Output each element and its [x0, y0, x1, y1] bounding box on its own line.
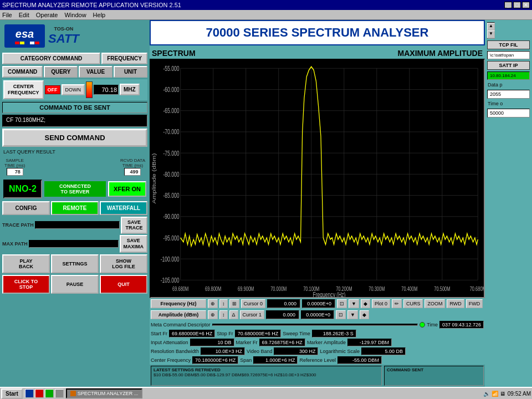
spectrum-svg: -55.000 -60.000 -65.000 -70.000 -75.000 … — [151, 60, 484, 297]
freq-value-input[interactable] — [94, 85, 119, 95]
rcvd-time-val: 499 — [124, 168, 141, 176]
quit-btn[interactable]: QUIT — [100, 275, 147, 294]
taskbar-icon-2[interactable] — [35, 389, 44, 398]
fwd-btn[interactable]: FWD — [466, 299, 483, 308]
cursor0-icon[interactable]: ⊕ — [208, 299, 218, 308]
xfer-on-btn[interactable]: XFER ON — [108, 181, 146, 197]
click-to-stop-btn[interactable]: CLICK TO STOP — [2, 275, 50, 294]
tab-command[interactable]: COMMAND — [2, 66, 43, 78]
log-scale-label: Logarithmic Scale — [320, 349, 360, 354]
freq-label: Frequency (Hz) — [151, 299, 206, 308]
taskbar-icon-3[interactable] — [45, 389, 54, 398]
minimize-btn[interactable]: _ — [504, 2, 512, 8]
start-button[interactable]: Start — [1, 388, 23, 399]
rwd-btn[interactable]: RWD — [447, 299, 464, 308]
main-content: 70000 SERIES SPECTRUM ANALYSER SPECTRUM … — [150, 20, 485, 387]
svg-text:69.800M: 69.800M — [205, 286, 221, 293]
svg-text:70.300M: 70.300M — [369, 286, 385, 293]
max-path-bar — [29, 240, 119, 248]
save-trace-btn[interactable]: SAVE TRACE — [121, 217, 147, 234]
command-sent-panel: COMMAND SENT — [384, 366, 484, 386]
time-o-label: Time o — [487, 100, 530, 107]
maximize-btn[interactable]: □ — [513, 2, 521, 8]
waterfall-btn[interactable]: WATERFALL — [100, 201, 147, 215]
scroll-down-btn[interactable]: ▼ — [487, 30, 495, 38]
cursor1-ctrl3[interactable]: ◆ — [360, 310, 369, 319]
cursor0-ctrl1[interactable]: ⊡ — [337, 299, 347, 308]
start-fr-label: Start Fr — [151, 331, 167, 336]
pause-btn[interactable]: PAUSE — [51, 275, 99, 294]
cursor0-ctrl3[interactable]: ◆ — [361, 299, 370, 308]
cursor1-icon2[interactable]: ↕ — [219, 310, 228, 319]
time-o-val: 50000 — [487, 109, 530, 117]
cursor1-ctrl1[interactable]: ⊡ — [336, 310, 346, 319]
plot0-edit-btn[interactable]: ✏ — [392, 299, 402, 308]
sample-time-col: SAMPLE TIME (ms) 78 — [4, 158, 25, 176]
cursor0-ctrl2[interactable]: ▼ — [349, 299, 359, 308]
max-amp-title: MAXIMUM AMPLITUDE — [398, 49, 483, 58]
send-command-btn[interactable]: SEND COMMAND — [2, 129, 147, 147]
marker-fr-label: Marker Fr — [236, 340, 258, 345]
meta-row-2: Start Fr 69.680000E+6 HZ Stop Fr 70.6800… — [150, 329, 485, 338]
save-maxima-btn[interactable]: SAVE MAXIMA — [120, 235, 148, 253]
tab-query[interactable]: QUERY — [44, 66, 78, 78]
menu-edit[interactable]: Edit — [19, 12, 29, 18]
taskbar-icon-1[interactable] — [25, 389, 34, 398]
amp-label: Amplitude (dBm) — [151, 310, 206, 319]
menu-file[interactable]: File — [2, 12, 12, 18]
tab-value[interactable]: VALUE — [79, 66, 112, 78]
cursor1-icon1[interactable]: ⊕ — [208, 310, 218, 319]
port-val: 2055 — [487, 90, 530, 99]
frequency-btn[interactable]: FREQUENCY — [101, 53, 147, 64]
menu-help[interactable]: Help — [93, 12, 106, 18]
center-fr-val: 70.180000E+6 HZ — [192, 356, 238, 364]
menu-operate[interactable]: Operate — [36, 12, 58, 18]
tos-satt: TOS-ON SATT — [48, 26, 79, 46]
taskbar-icons-right: 🔊 📶 🖥 — [483, 391, 505, 397]
cursor1-icon3[interactable]: Δ — [229, 310, 238, 319]
taskbar-app-icon — [70, 391, 76, 396]
max-path-label: MAX PATH — [2, 241, 28, 247]
sweep-time-label: Sweep Time — [283, 331, 310, 336]
stop-fr-label: Stop Fr — [217, 331, 233, 336]
cmd-to-send-label: COMMAND TO BE SENT — [2, 102, 147, 113]
close-btn[interactable]: ✕ — [522, 2, 530, 8]
cursor1-ctrl2[interactable]: ▼ — [347, 310, 358, 319]
cursor0-icon3[interactable]: ⊞ — [229, 299, 239, 308]
curs-btn[interactable]: CURS — [403, 299, 423, 308]
tab-unit[interactable]: UNIT — [114, 66, 147, 78]
category-section: CATEGORY COMMAND FREQUENCY — [2, 53, 147, 64]
taskbar-time: 09:52 AM — [508, 391, 531, 397]
scroll-up-btn[interactable]: ▲ — [487, 23, 495, 30]
data-label: Data p — [487, 81, 530, 88]
cursor1-val2: 0.0000E+0 — [301, 310, 334, 319]
cursor0-icon2[interactable]: ↕ — [219, 299, 228, 308]
title-bar: SPECTRUM ANALYZER REMOTE APPLICATION VER… — [0, 0, 532, 10]
left-panel: esa TOS-ON SATT CATEGORY COMMAND FREQUEN… — [0, 20, 150, 387]
center-freq-row: CENTER FREQUENCY OFF DOWN MHZ — [2, 79, 147, 100]
taskbar-app[interactable]: SPECTRUM ANALYZER ... — [66, 388, 142, 398]
scrollbar: ▲ ▼ — [487, 22, 495, 39]
settings-btn[interactable]: SETTINGS — [51, 254, 99, 273]
down-btn[interactable]: DOWN — [62, 84, 85, 95]
cursor1-btn[interactable]: Cursor 1 — [240, 310, 265, 319]
show-log-btn[interactable]: SHOW LOG FILE — [100, 254, 147, 273]
cursor0-btn[interactable]: Cursor 0 — [241, 299, 266, 308]
remote-btn[interactable]: REMOTE — [51, 201, 99, 215]
config-btn[interactable]: CONFIG — [2, 201, 50, 215]
window-controls: _ □ ✕ — [504, 2, 530, 8]
max-path-row: MAX PATH SAVE MAXIMA — [2, 235, 147, 253]
svg-text:69.900M: 69.900M — [238, 286, 254, 293]
svg-text:-70.000: -70.000 — [163, 128, 179, 136]
svg-text:-65.000: -65.000 — [163, 107, 179, 115]
input-atten-val: 10 DB — [190, 339, 234, 346]
sample-time-val: 78 — [7, 168, 23, 176]
menu-window[interactable]: Window — [64, 12, 86, 18]
category-command-btn[interactable]: CATEGORY COMMAND — [2, 53, 100, 64]
play-back-btn[interactable]: PLAY BACK — [2, 254, 50, 273]
window-title: SPECTRUM ANALYZER REMOTE APPLICATION VER… — [2, 2, 181, 8]
taskbar-icon-4[interactable] — [55, 389, 64, 398]
meta-row-4: Resolution Bandwidth 10.0E+3 HZ Video Ba… — [150, 347, 485, 356]
center-frequency-btn[interactable]: CENTER FREQUENCY — [3, 80, 44, 99]
zoom-btn[interactable]: ZOOM — [424, 299, 445, 308]
